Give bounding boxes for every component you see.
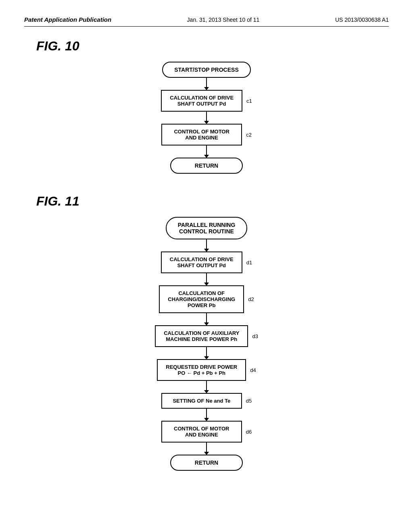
fig10-node-return: RETURN [170, 158, 243, 174]
fig11-label: FIG. 11 [36, 194, 389, 209]
date-sheet-label: Jan. 31, 2013 Sheet 10 of 11 [187, 17, 260, 23]
patent-number-label: US 2013/0030638 A1 [335, 17, 389, 23]
fig10-c2-label: c2 [246, 132, 252, 138]
fig11-node-d5-wrapper: SETTING OF Ne and Te d5 [161, 393, 252, 409]
fig11-setting-ne-node: SETTING OF Ne and Te [161, 393, 242, 409]
fig11-arrow-1 [206, 239, 207, 251]
fig10-start-stop-node: START/STOP PROCESS [162, 62, 250, 78]
fig11-d4-label: d4 [250, 367, 256, 373]
fig10-arrow-1 [206, 78, 207, 90]
page-header: Patent Application Publication Jan. 31, … [24, 16, 389, 27]
fig11-flowchart: PARALLEL RUNNINGCONTROL ROUTINE CALCULAT… [24, 217, 389, 471]
fig11-node-d2-wrapper: CALCULATION OFCHARGING/DISCHARGINGPOWER … [159, 285, 254, 313]
fig11-section: FIG. 11 PARALLEL RUNNINGCONTROL ROUTINE … [24, 194, 389, 471]
fig11-parallel-running-node: PARALLEL RUNNINGCONTROL ROUTINE [166, 217, 248, 239]
fig10-flowchart: START/STOP PROCESS CALCULATION OF DRIVES… [24, 62, 389, 174]
fig10-section: FIG. 10 START/STOP PROCESS CALCULATION O… [24, 39, 389, 174]
fig11-d6-label: d6 [246, 429, 252, 435]
fig10-control-motor-node: CONTROL OF MOTORAND ENGINE [161, 124, 242, 145]
fig11-node-d6-wrapper: CONTROL OF MOTORAND ENGINE d6 [161, 421, 252, 443]
fig10-arrow-3 [206, 145, 207, 158]
fig11-node-d3-wrapper: CALCULATION OF AUXILIARYMACHINE DRIVE PO… [155, 325, 258, 347]
fig11-d1-label: d1 [246, 260, 252, 266]
fig10-c1-label: c1 [246, 98, 252, 104]
fig11-node-return: RETURN [170, 455, 243, 471]
fig11-requested-drive-node: REQUESTED DRIVE POWERPO ← Pd + Pb + Ph [157, 359, 246, 381]
fig11-calc-auxiliary-node: CALCULATION OF AUXILIARYMACHINE DRIVE PO… [155, 325, 248, 347]
fig11-node-parallel: PARALLEL RUNNINGCONTROL ROUTINE [166, 217, 248, 239]
fig11-arrow-7 [206, 443, 207, 455]
publication-label: Patent Application Publication [24, 16, 111, 23]
fig11-arrow-5 [206, 381, 207, 393]
fig11-d5-label: d5 [246, 398, 252, 404]
fig10-arrow-2 [206, 112, 207, 124]
fig11-arrow-3 [206, 313, 207, 325]
fig10-label: FIG. 10 [36, 39, 389, 54]
fig10-calc-drive-node: CALCULATION OF DRIVESHAFT OUTPUT Pd [161, 90, 242, 112]
fig11-node-d4-wrapper: REQUESTED DRIVE POWERPO ← Pd + Pb + Ph d… [157, 359, 256, 381]
fig11-node-d1-wrapper: CALCULATION OF DRIVESHAFT OUTPUT Pd d1 [161, 251, 252, 273]
fig11-arrow-6 [206, 409, 207, 421]
fig11-arrow-2 [206, 273, 207, 285]
page: Patent Application Publication Jan. 31, … [0, 0, 413, 532]
fig11-d2-label: d2 [248, 296, 254, 302]
fig11-arrow-4 [206, 347, 207, 359]
fig10-return-node: RETURN [170, 158, 243, 174]
fig11-calc-charging-node: CALCULATION OFCHARGING/DISCHARGINGPOWER … [159, 285, 244, 313]
fig11-calc-drive-node: CALCULATION OF DRIVESHAFT OUTPUT Pd [161, 251, 242, 273]
fig10-node-start: START/STOP PROCESS [162, 62, 250, 78]
fig10-node-c1-wrapper: CALCULATION OF DRIVESHAFT OUTPUT Pd c1 [161, 90, 252, 112]
fig11-return-node: RETURN [170, 455, 243, 471]
fig10-node-c2-wrapper: CONTROL OF MOTORAND ENGINE c2 [161, 124, 252, 145]
fig11-control-motor-node: CONTROL OF MOTORAND ENGINE [161, 421, 242, 443]
fig11-d3-label: d3 [252, 333, 258, 339]
